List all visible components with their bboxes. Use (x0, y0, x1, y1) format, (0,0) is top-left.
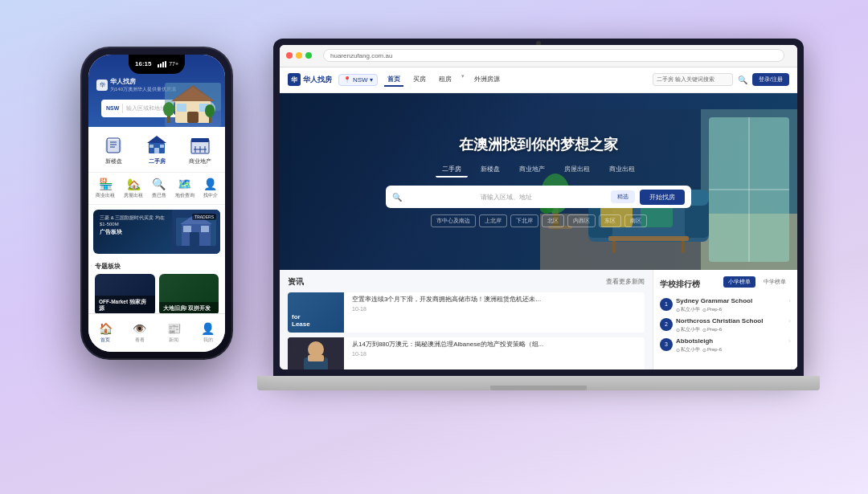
news-text-1: 从14万到880万澳元：揭秘澳洲总理Albanese的地产投资策略（组... (352, 341, 641, 349)
school-tag-1-0: ⊙ 私立小学 (676, 326, 700, 333)
phone-banner-badge: TRADERS (192, 214, 216, 220)
svg-rect-39 (105, 140, 121, 153)
svg-rect-13 (612, 241, 616, 253)
area-tag-0[interactable]: 市中心及南边 (431, 214, 476, 227)
filter-button[interactable]: 精选 (611, 190, 635, 203)
phone-cat-new[interactable]: 新楼盘 (101, 133, 125, 165)
nav-search-box[interactable]: 二手房 输入关键词搜索 (653, 73, 733, 86)
browser-url[interactable]: huarenzufang.com.au (323, 49, 784, 62)
phone-notch: 16:15 77+ (129, 55, 185, 74)
hero-tab-commercial-rent[interactable]: 商业出租 (603, 162, 641, 178)
school-tab-secondary[interactable]: 中学榜单 (759, 276, 791, 288)
news-item-1: 从14万到880万澳元：揭秘澳洲总理Albanese的地产投资策略（组... 1… (288, 337, 645, 369)
school-chevron-1: › (788, 317, 791, 325)
phone-cat2-2-label: 查已售 (152, 192, 166, 199)
phone-topics: OFF-Market 独家房源 大地旧房/ 双拼开发 (88, 274, 225, 316)
school-tag-2-1: ⊙ Prep-6 (702, 346, 722, 353)
phone-cat2-0[interactable]: 🏪 商业出租 (96, 178, 115, 199)
phone-nav-news[interactable]: 📰 新闻 (167, 322, 181, 344)
laptop-screen: huarenzufang.com.au 华 华人找房 📍 NSW ▾ (280, 45, 797, 369)
nav-link-overseas[interactable]: 外洲房源 (471, 73, 503, 87)
news-body-1: 从14万到880万澳元：揭秘澳洲总理Albanese的地产投资策略（组... 1… (349, 337, 645, 369)
laptop-base (257, 376, 820, 390)
dot-red[interactable] (286, 52, 293, 59)
phone-cat2-1[interactable]: 🏡 房屋出租 (124, 178, 143, 199)
phone-banner[interactable]: 三菱 & 三国割据时代买卖 均在 $1-500M 广告板块 (93, 210, 220, 254)
phone-logo-icon: 华 (96, 80, 108, 91)
phone-nav-profile[interactable]: 👤 我的 (201, 322, 215, 344)
phone-topic-0[interactable]: OFF-Market 独家房源 (95, 274, 155, 316)
hero-tab-new[interactable]: 新楼盘 (474, 162, 506, 178)
svg-point-36 (163, 102, 174, 116)
school-info-2: Abbotsleigh ⊙ 私立小学 ⊙ Prep-6 (676, 337, 785, 353)
school-tag-2-0: ⊙ 私立小学 (676, 346, 700, 353)
school-rank-1: 2 (660, 318, 673, 331)
search-icon[interactable]: 🔍 (738, 76, 747, 84)
school-tags-0: ⊙ 私立小学 ⊙ Prep-6 (676, 306, 785, 313)
area-tag-4[interactable]: 内西区 (567, 214, 596, 227)
dot-green[interactable] (305, 52, 312, 59)
phone-cat-secondhand-label: 二手房 (149, 157, 166, 165)
area-tags: 市中心及南边 上北岸 下北岸 北区 内西区 东区 南区 (280, 214, 797, 227)
hero-tab-commercial[interactable]: 商业地产 (513, 162, 551, 178)
phone-cat-commercial[interactable]: 商业地产 (188, 133, 212, 165)
phone-main-cats: 新楼盘 二手房 (88, 127, 225, 173)
phone-search-divider (122, 104, 123, 113)
nav-link-rent[interactable]: 租房 (436, 73, 455, 87)
phone-cat2-3[interactable]: 🗺️ 地价查询 (175, 178, 194, 199)
phone-nav-profile-label: 我的 (203, 337, 213, 344)
phone-cat-commercial-icon (188, 133, 212, 156)
news-date-1: 10-18 (352, 351, 641, 357)
hero-tab-secondhand[interactable]: 二手房 (436, 162, 468, 178)
school-tag-0-1: ⊙ Prep-6 (702, 306, 722, 313)
phone-topics-title: 专题板块 (88, 259, 225, 274)
school-tag-1-1: ⊙ Prep-6 (702, 326, 722, 333)
chevron-down-icon: ▾ (370, 76, 373, 84)
nav-link-buy[interactable]: 买房 (410, 73, 429, 87)
phone-cat-secondhand[interactable]: 二手房 (145, 133, 169, 165)
news-date-0: 10-18 (352, 306, 641, 312)
dot-yellow[interactable] (296, 52, 302, 59)
area-tag-2[interactable]: 下北岸 (510, 214, 538, 227)
phone-banner-text-area: 三菱 & 三国割据时代买卖 均在 $1-500M 广告板块 (93, 210, 172, 254)
nav-chevron-rent: ▾ (461, 73, 465, 87)
search-button[interactable]: 开始找房 (640, 190, 685, 205)
phone-cat2-4-icon: 👤 (203, 178, 217, 190)
phone-cat2-2[interactable]: 🔍 查已售 (152, 178, 166, 199)
school-item-2: 3 Abbotsleigh ⊙ 私立小学 ⊙ Prep-6 › (660, 337, 791, 353)
svg-marker-44 (147, 136, 166, 143)
hero-search-bar[interactable]: 🔍 请输入区域、地址 精选 开始找房 (386, 186, 691, 208)
phone-nav-home[interactable]: 🏠 首页 (99, 322, 113, 344)
nav-links: 首页 买房 租房▾ 外洲房源 (384, 73, 646, 87)
hero-tab-rental[interactable]: 房屋出租 (558, 162, 596, 178)
area-tag-5[interactable]: 东区 (599, 214, 621, 227)
nav-right: 二手房 输入关键词搜索 🔍 登录/注册 (653, 73, 789, 86)
area-tag-6[interactable]: 南区 (624, 214, 647, 227)
phone-cat-commercial-label: 商业地产 (189, 157, 211, 165)
school-tags-2: ⊙ 私立小学 ⊙ Prep-6 (676, 346, 785, 353)
see-more-news[interactable]: 查看更多新闻 (606, 277, 645, 286)
phone-cat2-0-icon: 🏪 (99, 178, 113, 190)
laptop-screen-outer: huarenzufang.com.au 华 华人找房 📍 NSW ▾ (273, 39, 804, 376)
phone-topic-1[interactable]: 大地旧房/ 双拼开发 (159, 274, 219, 316)
location-badge[interactable]: 📍 NSW ▾ (338, 74, 378, 86)
phone-cat2-1-label: 房屋出租 (124, 192, 143, 199)
phone-status: 77+ (158, 61, 178, 67)
area-tag-3[interactable]: 北区 (542, 214, 564, 227)
phone-secondary-cats: 🏪 商业出租 🏡 房屋出租 🔍 查已售 🗺️ 地价查询 (88, 173, 225, 205)
area-tag-1[interactable]: 上北岸 (479, 214, 507, 227)
login-button[interactable]: 登录/注册 (752, 73, 789, 86)
nav-link-home[interactable]: 首页 (384, 73, 403, 87)
school-tab-primary[interactable]: 小学榜单 (723, 276, 755, 288)
schools-section: 学校排行榜 小学榜单 中学榜单 1 Sydney Grammar School (653, 270, 797, 369)
phone-topic-1-text: 大地旧房/ 双拼开发 (163, 305, 215, 312)
school-name-2: Abbotsleigh (676, 337, 785, 345)
news-body-0: 空置率连续3个月下滑，开发商拥抱高储市场！澳洲租赁危机还未... 10-18 (349, 292, 645, 333)
phone-cat2-4[interactable]: 👤 找中介 (203, 178, 218, 199)
school-info-0: Sydney Grammar School ⊙ 私立小学 ⊙ Prep-6 (676, 297, 785, 313)
school-name-1: Northcross Christian School (676, 317, 785, 325)
phone-nav-browse[interactable]: 👁️ 看看 (133, 322, 146, 344)
browser-dots (286, 52, 312, 59)
url-text: huarenzufang.com.au (330, 52, 392, 59)
svg-rect-26 (165, 61, 166, 67)
